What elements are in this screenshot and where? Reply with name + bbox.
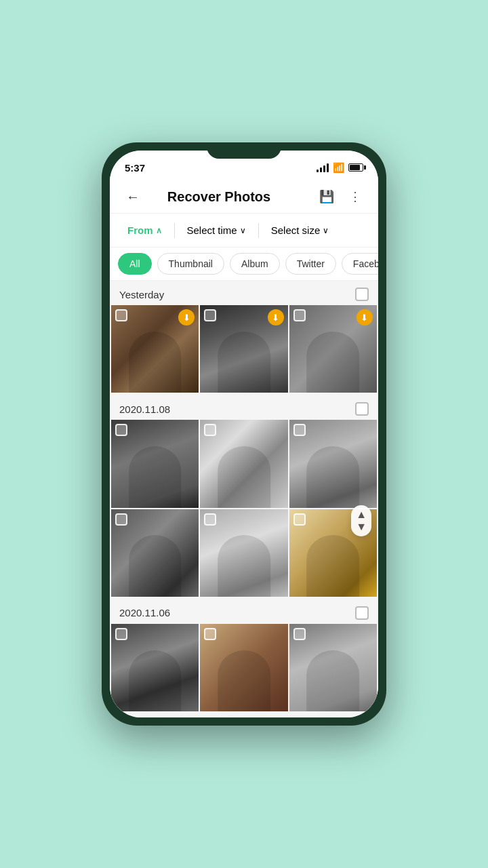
photo-cell-3[interactable]: ⬇ — [289, 305, 377, 393]
photo-grid-2 — [110, 624, 378, 713]
from-label: From — [127, 224, 153, 236]
date-header-2: 2020.11.06 — [110, 599, 378, 624]
header-actions: 💾 ⋮ — [316, 186, 366, 208]
badge-icon-3: ⬇ — [361, 313, 368, 323]
filter-bar: From ∧ Select time ∨ Select size ∨ — [110, 214, 378, 248]
select-size-arrow-icon: ∨ — [323, 226, 329, 235]
photo-cell-7[interactable] — [111, 509, 199, 597]
photo-checkbox-9[interactable] — [293, 513, 306, 526]
photo-badge-2: ⬇ — [268, 309, 284, 326]
photo-badge-3: ⬇ — [357, 309, 373, 326]
section-checkbox-0[interactable] — [355, 288, 369, 301]
photo-checkbox-2[interactable] — [204, 309, 216, 321]
select-time-filter[interactable]: Select time ∨ — [180, 220, 253, 240]
category-facebook[interactable]: Facebook — [342, 253, 378, 275]
select-time-arrow-icon: ∨ — [240, 226, 246, 235]
page-title: Recover Photos — [122, 189, 316, 205]
section-checkbox-2[interactable] — [355, 606, 369, 620]
photo-cell-12[interactable] — [289, 624, 377, 711]
badge-icon-1: ⬇ — [183, 313, 190, 323]
photo-grid-0: ⬇⬇⬇ — [110, 305, 378, 394]
photo-checkbox-7[interactable] — [115, 513, 127, 526]
photo-checkbox-12[interactable] — [293, 628, 306, 640]
scroll-arrows[interactable]: ▲▼ — [351, 505, 371, 536]
phone-screen: 5:37 📶 ← Recover Photos — [110, 151, 378, 717]
photo-cell-5[interactable] — [200, 420, 287, 507]
status-time: 5:37 — [125, 162, 145, 174]
photo-checkbox-3[interactable] — [293, 309, 306, 321]
photo-checkbox-10[interactable] — [115, 628, 127, 640]
more-button[interactable]: ⋮ — [344, 186, 366, 208]
select-time-label: Select time — [187, 224, 237, 236]
photo-cell-6[interactable] — [289, 420, 377, 507]
badge-icon-2: ⬇ — [272, 313, 279, 323]
date-header-0: Yesterday — [110, 281, 378, 305]
wifi-icon: 📶 — [333, 162, 344, 173]
photo-checkbox-5[interactable] — [204, 424, 216, 436]
select-size-label: Select size — [271, 224, 321, 236]
category-bar: AllThumbnailAlbumTwitterFacebook — [110, 248, 378, 281]
photo-checkbox-11[interactable] — [204, 628, 216, 640]
date-label-0: Yesterday — [119, 289, 164, 300]
photo-checkbox-1[interactable] — [115, 309, 127, 321]
date-label-2: 2020.11.06 — [119, 607, 170, 618]
save-icon: 💾 — [319, 189, 334, 204]
notch — [207, 142, 281, 159]
photo-cell-10[interactable] — [111, 624, 199, 711]
photo-badge-1: ⬇ — [178, 309, 195, 326]
save-button[interactable]: 💾 — [316, 186, 338, 208]
scroll-down-arrow[interactable]: ▼ — [356, 521, 367, 533]
date-section-0: Yesterday⬇⬇⬇ — [110, 281, 378, 394]
select-size-filter[interactable]: Select size ∨ — [264, 220, 336, 240]
photo-checkbox-6[interactable] — [293, 424, 306, 436]
photo-cell-2[interactable]: ⬇ — [200, 305, 287, 393]
category-all[interactable]: All — [118, 253, 152, 275]
from-filter[interactable]: From ∧ — [121, 220, 169, 240]
category-album[interactable]: Album — [230, 253, 280, 275]
date-section-1: 2020.11.08 — [110, 395, 378, 598]
header: ← Recover Photos 💾 ⋮ — [110, 180, 378, 214]
photo-checkbox-8[interactable] — [204, 513, 216, 526]
date-header-1: 2020.11.08 — [110, 395, 378, 420]
status-icons: 📶 — [317, 162, 363, 173]
filter-divider-2 — [258, 223, 259, 238]
phone-frame: 5:37 📶 ← Recover Photos — [102, 142, 386, 726]
category-twitter[interactable]: Twitter — [285, 253, 336, 275]
more-icon: ⋮ — [349, 189, 361, 204]
signal-icon — [317, 163, 329, 172]
photo-cell-1[interactable]: ⬇ — [111, 305, 199, 393]
from-arrow-icon: ∧ — [156, 226, 162, 235]
photo-cell-8[interactable] — [200, 509, 287, 597]
photo-cell-4[interactable] — [111, 420, 199, 507]
scroll-up-arrow[interactable]: ▲ — [356, 509, 367, 521]
photo-grid-1 — [110, 420, 378, 598]
photo-content[interactable]: Yesterday⬇⬇⬇2020.11.082020.11.06▲▼ — [110, 281, 378, 717]
section-checkbox-1[interactable] — [355, 402, 369, 416]
photo-cell-11[interactable] — [200, 624, 287, 711]
photo-checkbox-4[interactable] — [115, 424, 127, 436]
date-section-2: 2020.11.06 — [110, 599, 378, 713]
battery-icon — [348, 163, 363, 172]
filter-divider-1 — [174, 223, 175, 238]
category-thumbnail[interactable]: Thumbnail — [157, 253, 224, 275]
date-label-1: 2020.11.08 — [119, 403, 170, 415]
